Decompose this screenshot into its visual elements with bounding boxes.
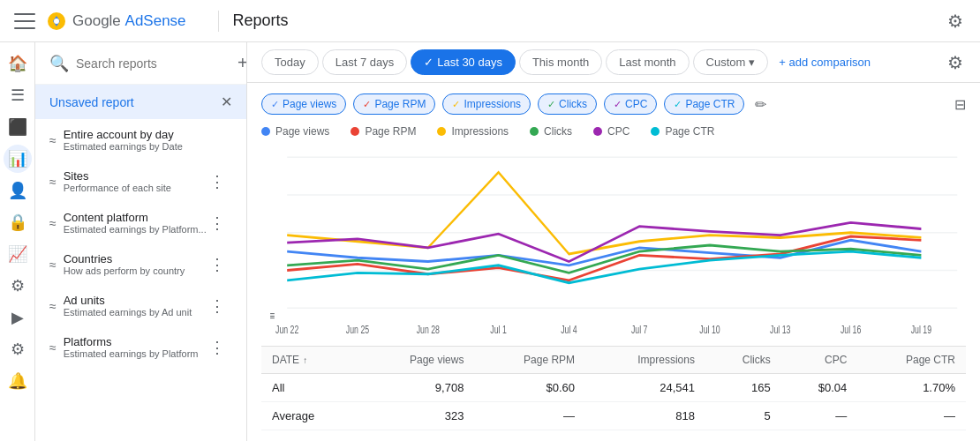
filter-right: ⚙ xyxy=(945,52,966,73)
sidebar-item-platforms[interactable]: ≈ Platforms Estimated earnings by Platfo… xyxy=(35,326,239,368)
tab-page-ctr[interactable]: ✓ Page CTR xyxy=(664,93,744,115)
legend-dot-page-views xyxy=(261,127,270,136)
sites-name: Sites xyxy=(64,169,209,183)
th-page-rpm[interactable]: Page RPM xyxy=(474,347,585,374)
nav-privacy[interactable]: 🔒 xyxy=(4,208,32,236)
nav-content[interactable]: ⬛ xyxy=(4,113,32,141)
topbar-divider xyxy=(218,11,219,32)
sidebar-item-countries[interactable]: ≈ Countries How ads perform by country ⋮ xyxy=(35,243,239,285)
line-chart: Jun 22 Jun 25 Jun 28 Jul 1 Jul 4 Jul 7 J… xyxy=(261,145,966,346)
search-icon: 🔍 xyxy=(49,54,69,73)
sidebar-item-content-platform[interactable]: ≈ Content platform Estimated earnings by… xyxy=(35,202,239,243)
sites-menu-icon[interactable]: ⋮ xyxy=(209,172,225,191)
th-page-views[interactable]: Page views xyxy=(359,347,475,374)
search-input[interactable] xyxy=(76,56,230,71)
hamburger-menu[interactable] xyxy=(14,11,35,32)
tab-page-rpm[interactable]: ✓ Page RPM xyxy=(353,93,435,115)
adsense-logo-icon xyxy=(46,11,67,32)
legend-cpc: CPC xyxy=(593,125,629,138)
unsaved-report-row[interactable]: Unsaved report ✕ xyxy=(35,85,246,119)
nav-home[interactable]: 🏠 xyxy=(4,49,32,78)
nav-users[interactable]: 👤 xyxy=(4,176,32,205)
th-cpc[interactable]: CPC xyxy=(781,347,858,374)
legend-impressions: Impressions xyxy=(437,125,509,138)
add-report-icon[interactable]: + xyxy=(237,53,247,73)
ad-units-name: Ad units xyxy=(64,294,209,307)
chart-container: Jun 22 Jun 25 Jun 28 Jul 1 Jul 4 Jul 7 J… xyxy=(261,145,966,346)
add-comparison-btn[interactable]: + add comparison xyxy=(779,56,871,69)
check-icon: ✓ xyxy=(424,56,433,69)
countries-name: Countries xyxy=(64,252,209,265)
legend-dot-page-rpm xyxy=(351,127,359,136)
edit-metrics-icon[interactable]: ✏ xyxy=(755,96,766,113)
nav-reports[interactable]: 📊 xyxy=(4,145,32,173)
legend-label-cpc: CPC xyxy=(607,125,629,138)
tab-cpc[interactable]: ✓ CPC xyxy=(604,93,657,115)
check-page-ctr: ✓ xyxy=(674,99,682,110)
legend-page-rpm: Page RPM xyxy=(351,125,416,138)
row-all-page-rpm: $0.60 xyxy=(474,374,585,402)
sites-desc: Performance of each site xyxy=(64,183,209,193)
filter-last7[interactable]: Last 7 days xyxy=(322,49,408,75)
th-clicks[interactable]: Clicks xyxy=(705,347,781,374)
filter-this-month[interactable]: This month xyxy=(519,49,602,75)
svg-point-1 xyxy=(54,19,59,24)
logo-text: Google AdSense xyxy=(72,12,186,30)
th-date[interactable]: DATE ↑ xyxy=(261,347,359,374)
filter-today[interactable]: Today xyxy=(261,49,319,75)
legend-label-page-ctr: Page CTR xyxy=(665,125,714,138)
nav-video[interactable]: ▶ xyxy=(4,303,32,332)
close-unsaved-icon[interactable]: ✕ xyxy=(221,93,232,110)
svg-text:Jul 1: Jul 1 xyxy=(490,323,506,335)
nav-optimization[interactable]: ⚙ xyxy=(4,272,32,300)
nav-performance[interactable]: 📈 xyxy=(4,240,32,268)
tab-page-rpm-label: Page RPM xyxy=(374,98,426,110)
data-table: DATE ↑ Page views Page RPM Impressions C… xyxy=(261,346,966,430)
logo: Google AdSense xyxy=(46,11,186,32)
row-avg-clicks: 5 xyxy=(705,402,781,430)
th-impressions[interactable]: Impressions xyxy=(585,347,705,374)
entire-account-icon: ≈ xyxy=(49,133,57,147)
left-nav: 🏠 ☰ ⬛ 📊 👤 🔒 📈 ⚙ ▶ ⚙ 🔔 xyxy=(0,42,35,441)
tab-clicks[interactable]: ✓ Clicks xyxy=(538,93,597,115)
th-page-ctr[interactable]: Page CTR xyxy=(857,347,966,374)
sort-icon: ↑ xyxy=(303,355,307,365)
unsaved-label: Unsaved report xyxy=(49,95,221,109)
row-all-page-views: 9,708 xyxy=(359,374,475,402)
filter-custom[interactable]: Custom ▾ xyxy=(693,49,769,75)
filter-last-month[interactable]: Last month xyxy=(606,49,689,75)
platforms-desc: Estimated earnings by Platform xyxy=(64,348,209,359)
row-avg-cpc: — xyxy=(781,402,858,430)
content-platform-desc: Estimated earnings by Platform... xyxy=(64,224,209,235)
nav-settings[interactable]: ⚙ xyxy=(4,335,32,363)
filter-last30[interactable]: ✓ Last 30 days xyxy=(411,49,516,75)
ad-units-menu-icon[interactable]: ⋮ xyxy=(209,296,225,316)
filter-last30-label: Last 30 days xyxy=(437,56,502,69)
entire-account-name: Entire account by day xyxy=(64,128,225,141)
svg-text:Jul 10: Jul 10 xyxy=(699,323,720,335)
row-all-impressions: 24,541 xyxy=(585,374,705,402)
tab-impressions[interactable]: ✓ Impressions xyxy=(442,93,531,115)
countries-menu-icon[interactable]: ⋮ xyxy=(209,255,225,274)
nav-reports-list[interactable]: ☰ xyxy=(4,81,32,109)
content-platform-name: Content platform xyxy=(64,211,209,224)
ad-units-desc: Estimated earnings by Ad unit xyxy=(64,307,209,318)
sidebar-item-entire-account[interactable]: ≈ Entire account by day Estimated earnin… xyxy=(35,119,239,161)
content-platform-menu-icon[interactable]: ⋮ xyxy=(209,213,225,233)
legend-page-ctr: Page CTR xyxy=(651,125,714,138)
countries-icon: ≈ xyxy=(49,258,57,272)
tab-page-views[interactable]: ✓ Page views xyxy=(261,93,346,115)
row-avg-page-views: 323 xyxy=(359,402,475,430)
settings-icon[interactable]: ⚙ xyxy=(945,11,966,32)
filter-chart-icon[interactable]: ⊟ xyxy=(954,96,966,113)
report-settings-icon[interactable]: ⚙ xyxy=(945,52,966,73)
legend-label-clicks: Clicks xyxy=(544,125,572,138)
platforms-menu-icon[interactable]: ⋮ xyxy=(209,338,225,357)
row-avg-label: Average xyxy=(261,402,359,430)
legend-page-views: Page views xyxy=(261,125,329,138)
custom-label: Custom xyxy=(706,56,746,69)
sidebar-item-sites[interactable]: ≈ Sites Performance of each site ⋮ xyxy=(35,161,239,202)
custom-chevron-icon: ▾ xyxy=(749,56,755,69)
sidebar-item-ad-units[interactable]: ≈ Ad units Estimated earnings by Ad unit… xyxy=(35,285,239,326)
nav-alerts[interactable]: 🔔 xyxy=(4,367,32,395)
